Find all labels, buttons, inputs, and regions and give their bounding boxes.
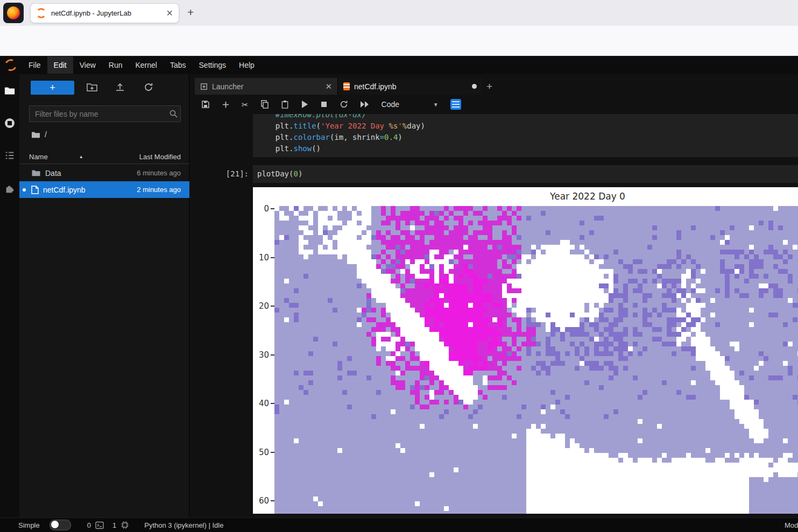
notebook-content: #imexRow.plot(dx-dx) plt.title('Year 202…	[189, 114, 798, 514]
add-cell-icon[interactable]	[222, 101, 230, 109]
interrupt-kernel-icon[interactable]	[320, 101, 328, 108]
kernel-cpu-icon[interactable]	[121, 521, 129, 529]
simple-mode-label: Simple	[18, 521, 40, 529]
cell-type-value: Code	[382, 100, 399, 109]
menu-item-tabs[interactable]: Tabs	[164, 56, 193, 74]
toolbar-sliders-icon[interactable]	[450, 99, 461, 110]
code-cell-clipped[interactable]: #imexRow.plot(dx-dx) plt.title('Year 202…	[253, 114, 798, 157]
jupyterlab-menubar: FileEditViewRunKernelTabsSettingsHelp	[0, 56, 798, 74]
file-modified: 6 minutes ago	[137, 169, 189, 177]
extension-manager-icon[interactable]	[4, 183, 16, 195]
dock-panel: Launcher ✕ netCdf.ipynb + ✂	[189, 74, 798, 517]
launcher-icon	[200, 83, 208, 90]
ytick-label: 30	[253, 350, 269, 360]
toggle-knob	[51, 521, 59, 528]
tab-netcdf-notebook[interactable]: netCdf.ipynb	[338, 78, 482, 95]
tab-close-icon[interactable]: ✕	[166, 9, 173, 18]
notebook-file-icon	[31, 186, 39, 194]
chevron-down-icon: ▼	[433, 102, 439, 108]
table-of-contents-icon[interactable]	[4, 150, 16, 161]
menu-item-kernel[interactable]: Kernel	[129, 56, 163, 74]
jupyter-favicon-icon	[36, 8, 46, 18]
menubar-items: FileEditViewRunKernelTabsSettingsHelp	[22, 56, 261, 74]
ytick-mark	[271, 500, 274, 501]
new-launcher-button[interactable]: +	[31, 81, 74, 95]
file-status-dot	[23, 188, 26, 191]
file-browser-icon[interactable]	[4, 85, 16, 97]
ytick-label: 20	[253, 301, 269, 311]
column-last-modified[interactable]: Last Modified	[139, 153, 181, 161]
browser-tab[interactable]: netCdf.ipynb - JupyterLab ✕	[30, 3, 179, 23]
ytick-label: 10	[253, 253, 269, 263]
file-name: netCdf.ipynb	[43, 186, 86, 194]
ytick-mark	[271, 452, 274, 453]
terminals-count[interactable]: 0	[87, 521, 91, 529]
terminal-icon[interactable]	[95, 521, 104, 529]
tab-launcher-label: Launcher	[212, 82, 243, 91]
code-editor[interactable]: plotDay(0)	[253, 165, 798, 183]
restart-kernel-icon[interactable]	[340, 100, 348, 109]
restart-run-all-icon[interactable]	[360, 101, 370, 108]
menu-item-settings[interactable]: Settings	[193, 56, 233, 74]
kernels-count[interactable]: 1	[112, 521, 116, 529]
menu-item-view[interactable]: View	[73, 56, 102, 74]
filter-files-input[interactable]	[29, 105, 181, 122]
cell-type-dropdown[interactable]: Code ▼	[382, 100, 439, 109]
notebook-file-icon	[343, 82, 350, 90]
breadcrumb-root[interactable]: /	[45, 130, 47, 139]
breadcrumb[interactable]: /	[31, 130, 47, 139]
tab-close-icon[interactable]: ✕	[325, 82, 332, 91]
kernel-status[interactable]: Python 3 (ipykernel) | Idle	[144, 521, 223, 529]
ytick-mark	[271, 257, 274, 258]
menu-item-run[interactable]: Run	[102, 56, 129, 74]
file-listing: Data6 minutes agonetCdf.ipynb2 minutes a…	[19, 165, 189, 198]
add-dock-tab-button[interactable]: +	[486, 81, 492, 93]
firefox-logo-icon	[7, 6, 20, 19]
copy-cells-icon[interactable]	[260, 100, 269, 109]
file-listing-header[interactable]: Name ▲ Last Modified	[19, 150, 189, 164]
execution-prompt: [21]:	[201, 165, 249, 183]
notebook-toolbar: ✂ Code ▼	[189, 95, 798, 114]
figure-image	[274, 206, 798, 514]
unsaved-changes-icon[interactable]	[472, 84, 477, 89]
browser-navbar: localhost:8888/lab/tree/netCdf.ipynb	[0, 26, 798, 56]
new-folder-icon[interactable]	[87, 82, 97, 92]
tab-launcher[interactable]: Launcher ✕	[195, 78, 338, 95]
file-name: Data	[45, 169, 61, 178]
screen: netCdf.ipynb - JupyterLab ✕ + localhost:…	[0, 0, 798, 532]
upload-icon[interactable]	[115, 82, 125, 92]
browser-tabstrip: netCdf.ipynb - JupyterLab ✕ +	[0, 0, 798, 26]
code-cell-active[interactable]: plotDay(0)	[253, 165, 798, 183]
status-bar: Simple 0 1 Python 3 (ipykernel) | Idle M…	[0, 517, 798, 532]
ytick-mark	[271, 403, 274, 404]
column-name[interactable]: Name	[29, 153, 48, 161]
menu-item-file[interactable]: File	[22, 56, 47, 74]
figure-output: Year 2022 Day 0 0102030405060	[253, 187, 798, 514]
browser-profile-button[interactable]	[3, 3, 24, 23]
menu-item-help[interactable]: Help	[232, 56, 261, 74]
ytick-mark	[271, 354, 274, 356]
code-editor[interactable]: #imexRow.plot(dx-dx) plt.title('Year 202…	[253, 114, 798, 154]
ytick-mark	[271, 306, 274, 307]
tab-notebook-label: netCdf.ipynb	[354, 82, 397, 91]
file-row-data[interactable]: Data6 minutes ago	[19, 165, 189, 181]
ytick-label: 60	[253, 496, 269, 506]
folder-icon	[31, 169, 41, 177]
refresh-icon[interactable]	[144, 82, 153, 92]
cut-cells-icon[interactable]: ✂	[242, 101, 249, 109]
paste-cells-icon[interactable]	[281, 100, 289, 109]
run-cell-icon[interactable]	[301, 100, 308, 109]
running-sessions-icon[interactable]	[5, 118, 15, 128]
dock-tab-bar: Launcher ✕ netCdf.ipynb +	[189, 78, 798, 95]
save-icon[interactable]	[201, 100, 210, 109]
menu-item-edit[interactable]: Edit	[47, 56, 73, 74]
file-row-netcdf.ipynb[interactable]: netCdf.ipynb2 minutes ago	[19, 181, 189, 198]
browser-tab-title: netCdf.ipynb - JupyterLab	[51, 9, 163, 17]
statusbar-right-clipped: Mod	[785, 521, 798, 529]
new-tab-button[interactable]: +	[187, 6, 194, 19]
file-browser-panel: + / Name ▲ Last Modified Data6 minutes a…	[19, 74, 189, 517]
home-folder-icon[interactable]	[31, 131, 40, 139]
simple-mode-toggle[interactable]	[50, 520, 71, 530]
ytick-mark	[271, 208, 274, 209]
ytick-label: 40	[253, 399, 269, 408]
